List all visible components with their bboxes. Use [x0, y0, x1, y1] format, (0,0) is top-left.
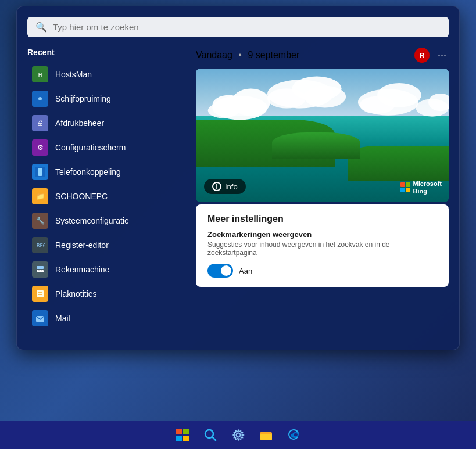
- bing-text: MicrosoftBing: [413, 180, 442, 195]
- svg-rect-17: [37, 266, 44, 269]
- afdruk-icon: 🖨: [32, 115, 48, 131]
- more-button[interactable]: ···: [435, 49, 449, 62]
- win-sq-red: [176, 429, 182, 434]
- list-item[interactable]: Rekenmachine: [27, 258, 184, 281]
- taskbar-explorer-icon: [260, 429, 273, 441]
- app-name: Schijfopruiming: [55, 94, 111, 103]
- start-button[interactable]: [170, 422, 195, 448]
- svg-rect-20: [41, 270, 44, 272]
- ms-blue: [400, 188, 405, 192]
- schoonepc-icon: 📁: [32, 188, 48, 204]
- taskbar-edge-button[interactable]: [281, 422, 307, 448]
- bing-logo: MicrosoftBing: [400, 180, 442, 195]
- svg-rect-9: [38, 168, 42, 176]
- svg-point-42: [236, 433, 240, 437]
- date-header: Vandaag • 9 september R ···: [196, 48, 449, 63]
- svg-point-34: [304, 85, 346, 107]
- taskbar: [0, 421, 476, 449]
- search-input[interactable]: [53, 22, 441, 32]
- meer-instellingen-card: Meer instellingen Zoekmarkeringen weerge…: [196, 204, 449, 287]
- app-name: Mail: [55, 314, 70, 323]
- list-item[interactable]: Mail: [27, 307, 184, 330]
- list-item[interactable]: ⚙ Configuratiescherm: [27, 136, 184, 159]
- svg-text:🔧: 🔧: [36, 216, 45, 225]
- toggle-label: Aan: [239, 267, 252, 275]
- taskbar-search-icon: [204, 429, 217, 441]
- ms-green: [406, 182, 410, 187]
- zoek-desc: Suggesties voor inhoud weergeven in het …: [207, 240, 437, 257]
- app-name: Afdrukbeheer: [55, 118, 104, 128]
- svg-text:📁: 📁: [36, 192, 45, 200]
- user-avatar: R: [414, 48, 430, 63]
- svg-text:REG: REG: [37, 243, 45, 249]
- svg-rect-19: [39, 270, 41, 272]
- wallpaper-image: i Info MicrosoftBing: [196, 69, 449, 202]
- list-item[interactable]: Schijfopruiming: [27, 87, 184, 110]
- search-bar[interactable]: 🔍: [27, 17, 449, 37]
- svg-point-37: [360, 96, 395, 113]
- taskbar-settings-icon: [232, 429, 245, 441]
- microsoft-squares: [400, 182, 411, 193]
- date-right: R ···: [414, 48, 449, 63]
- list-item[interactable]: REG Register-editor: [27, 234, 184, 257]
- register-icon: REG: [32, 237, 48, 253]
- svg-point-30: [208, 103, 239, 118]
- start-menu: 🔍 Recent H HostsMan: [16, 6, 460, 350]
- svg-text:⚙: ⚙: [37, 143, 44, 152]
- toggle-thumb: [221, 265, 231, 276]
- info-label: Info: [225, 182, 238, 191]
- rekenmachine-icon: [32, 261, 48, 278]
- app-list: H HostsMan Schijfopruiming 🖨: [27, 63, 184, 330]
- svg-point-33: [267, 88, 306, 108]
- list-item[interactable]: H HostsMan: [27, 63, 184, 86]
- list-item[interactable]: Telefoonkoppeling: [27, 160, 184, 184]
- search-icon: 🔍: [35, 21, 47, 33]
- win-sq-green: [183, 429, 189, 434]
- app-name: Plaknotities: [55, 289, 97, 299]
- telefoon-icon: [32, 164, 48, 180]
- desktop: 🔍 Recent H HostsMan: [0, 0, 476, 449]
- app-name: Systeemconfiguratie: [55, 216, 129, 225]
- taskbar-icons: [170, 422, 307, 448]
- app-name: SCHOONEPC: [55, 192, 108, 201]
- app-name: Register-editor: [55, 240, 109, 250]
- list-item[interactable]: 📁 SCHOONEPC: [27, 185, 184, 208]
- svg-rect-18: [37, 270, 39, 272]
- date-value: 9 september: [248, 50, 299, 60]
- taskbar-explorer-button[interactable]: [253, 422, 279, 448]
- svg-point-3: [38, 97, 42, 100]
- list-item[interactable]: Plaknotities: [27, 282, 184, 306]
- main-content: Recent H HostsMan Schijfopruiming: [27, 48, 449, 330]
- info-button[interactable]: i Info: [204, 179, 246, 194]
- toggle-row: Aan: [207, 264, 437, 278]
- island3: [272, 132, 360, 159]
- svg-rect-45: [260, 432, 266, 434]
- ms-red: [400, 182, 405, 187]
- island2: [348, 146, 449, 181]
- recent-label: Recent: [27, 48, 184, 57]
- ms-yellow: [406, 188, 410, 192]
- windows-logo: [176, 429, 189, 441]
- hostsman-icon: H: [32, 66, 48, 82]
- win-sq-blue: [176, 436, 182, 441]
- taskbar-search-button[interactable]: [198, 422, 223, 448]
- meer-title: Meer instellingen: [207, 214, 437, 224]
- right-section: Vandaag • 9 september R ···: [196, 48, 449, 330]
- toggle-switch[interactable]: [207, 264, 233, 278]
- svg-rect-22: [37, 290, 44, 297]
- app-name: Telefoonkoppeling: [55, 167, 121, 177]
- app-name: HostsMan: [55, 70, 92, 79]
- list-item[interactable]: 🖨 Afdrukbeheer: [27, 112, 184, 135]
- schijf-icon: [32, 91, 48, 107]
- info-icon: i: [212, 182, 221, 191]
- taskbar-settings-button[interactable]: [226, 422, 251, 448]
- app-name: Rekenmachine: [55, 265, 109, 274]
- win-sq-yellow: [183, 436, 189, 441]
- list-item[interactable]: 🔧 Systeemconfiguratie: [27, 209, 184, 232]
- plaknotities-icon: [32, 286, 48, 302]
- vandaag-label: Vandaag: [196, 50, 232, 60]
- app-name: Configuratiescherm: [55, 143, 126, 152]
- clouds-svg: [196, 76, 449, 126]
- date-info: Vandaag • 9 september: [196, 50, 299, 60]
- zoek-label: Zoekmarkeringen weergeven: [207, 230, 437, 239]
